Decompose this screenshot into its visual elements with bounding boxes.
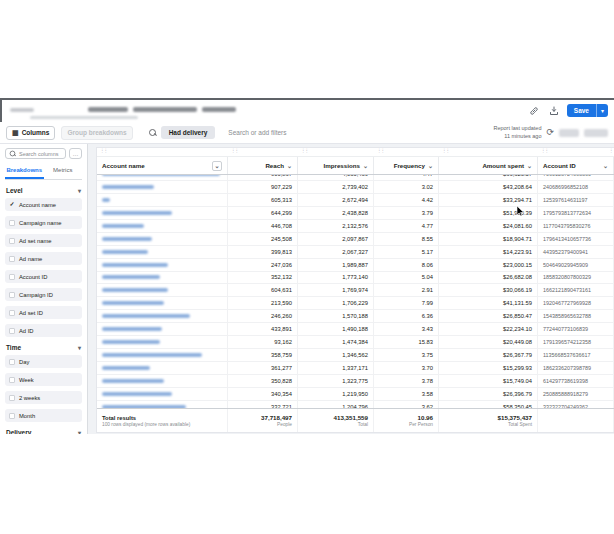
column-header-account-name[interactable]: Account name ⌄ (97, 157, 228, 174)
refresh-icon[interactable]: ⟳ (546, 128, 554, 137)
redacted-account-name-link[interactable] (102, 185, 154, 189)
redacted-account-name-link[interactable] (102, 340, 160, 344)
table-row[interactable]: 446,708 2,132,576 4.77 $24,081.60 117704… (97, 220, 614, 233)
chevron-down-icon[interactable]: ⌄ (212, 161, 222, 171)
redacted-account-name-link[interactable] (102, 366, 150, 370)
redacted-account-name-link[interactable] (102, 263, 168, 267)
cell-account-name[interactable] (97, 284, 228, 296)
section-level-header[interactable]: Level ▾ (6, 187, 81, 194)
column-header-frequency[interactable]: Frequency ⌄ (374, 157, 439, 174)
checkbox[interactable] (9, 395, 15, 401)
cell-account-name[interactable] (97, 233, 228, 245)
column-header-amount-spent[interactable]: Amount spent ⌄ (439, 157, 538, 174)
export-button[interactable] (547, 104, 561, 117)
tab-breakdowns[interactable]: Breakdowns (5, 164, 44, 179)
checkbox[interactable] (9, 220, 15, 226)
table-row[interactable]: 399,813 2,067,327 5.17 $14,223.91 443952… (97, 246, 614, 259)
columns-button[interactable]: ▦ Columns (6, 126, 55, 140)
cell-account-name[interactable] (97, 220, 228, 232)
table-row[interactable]: 358,759 1,346,562 3.75 $26,367.79 113566… (97, 349, 614, 362)
table-row[interactable]: 605,313 2,672,494 4.42 $33,294.71 125397… (97, 194, 614, 207)
table-rows-viewport[interactable]: 900,867 4,030,439 4.47 $66,623.57 706012… (97, 175, 614, 408)
cell-account-name[interactable] (97, 181, 228, 193)
cell-account-name[interactable] (97, 259, 228, 271)
cell-account-name[interactable] (97, 297, 228, 309)
checkbox[interactable] (9, 292, 15, 298)
checkbox[interactable] (9, 256, 15, 262)
table-row[interactable]: 245,508 2,097,867 8.55 $18,904.71 179641… (97, 233, 614, 246)
column-header-account-id[interactable]: Account ID ⌄ (538, 157, 614, 174)
drag-handle-icon[interactable]: ⋮⋮ (442, 149, 449, 154)
table-row[interactable]: 361,277 1,337,171 3.70 $15,299.93 186233… (97, 362, 614, 375)
section-delivery-header[interactable]: Delivery ▾ (6, 429, 81, 434)
table-row[interactable]: 433,891 1,490,188 3.43 $22,234.10 772440… (97, 323, 614, 336)
filter-chip-had-delivery[interactable]: Had delivery (161, 126, 216, 139)
redacted-account-name-link[interactable] (102, 198, 110, 202)
redacted-account-name-link[interactable] (102, 175, 220, 176)
table-row[interactable]: 352,132 1,773,140 5.04 $26,682.08 185832… (97, 272, 614, 285)
redacted-account-name-link[interactable] (102, 275, 160, 279)
sidebar-item[interactable]: Campaign name (5, 216, 82, 229)
sidebar-item[interactable]: Ad ID (5, 324, 82, 337)
drag-handle-icon[interactable]: ⋮⋮ (231, 149, 238, 154)
search-columns-input[interactable]: Search columns (5, 148, 66, 159)
cell-account-name[interactable] (97, 207, 228, 219)
column-header-impressions[interactable]: Impressions ⌄ (298, 157, 374, 174)
table-row[interactable]: 907,229 2,739,402 3.02 $43,208.64 240686… (97, 181, 614, 194)
save-split-button[interactable]: Save ▾ (567, 104, 608, 117)
table-row[interactable]: 93,162 1,474,384 15.83 $20,449.08 179139… (97, 336, 614, 349)
group-breakdowns-button[interactable]: Group breakdowns (61, 126, 132, 140)
sidebar-item[interactable]: 2 weeks (5, 391, 82, 404)
checkbox[interactable] (9, 328, 15, 334)
sidebar-more-button[interactable]: … (69, 148, 82, 159)
checkbox[interactable] (9, 413, 15, 419)
redacted-account-name-link[interactable] (102, 405, 186, 408)
table-row[interactable]: 340,354 1,219,950 3.58 $26,396.79 250885… (97, 388, 614, 401)
cell-account-name[interactable] (97, 194, 228, 206)
redacted-account-name-link[interactable] (102, 237, 152, 241)
tab-metrics[interactable]: Metrics (44, 164, 83, 179)
save-dropdown-caret-icon[interactable]: ▾ (596, 104, 608, 117)
drag-handle-icon[interactable]: ⋮⋮ (541, 149, 548, 154)
column-header-reach[interactable]: Reach ⌄ (228, 157, 298, 174)
table-row[interactable]: 332,721 1,204,796 3.62 $58,350.45 332322… (97, 401, 614, 408)
sidebar-item[interactable]: Day (5, 355, 82, 368)
redacted-account-name-link[interactable] (102, 211, 172, 215)
sidebar-item[interactable]: Ad set name (5, 234, 82, 247)
sidebar-item[interactable]: Campaign ID (5, 288, 82, 301)
cell-account-name[interactable] (97, 175, 228, 180)
drag-handle-icon[interactable]: ⋮⋮ (609, 149, 614, 154)
checkbox[interactable] (9, 238, 15, 244)
cell-account-name[interactable] (97, 323, 228, 335)
redacted-account-name-link[interactable] (102, 327, 162, 331)
table-row[interactable]: 247,036 1,989,887 8.06 $23,000.15 504649… (97, 259, 614, 272)
table-row[interactable]: 604,631 1,769,974 2.91 $30,066.19 166212… (97, 284, 614, 297)
sidebar-item[interactable]: Ad set ID (5, 306, 82, 319)
checkbox[interactable] (9, 310, 15, 316)
redacted-account-name-link[interactable] (102, 379, 164, 383)
cell-account-name[interactable] (97, 362, 228, 374)
sidebar-item[interactable]: Ad name (5, 252, 82, 265)
table-row[interactable]: 350,828 1,323,775 3.78 $15,749.04 614297… (97, 375, 614, 388)
sidebar-item[interactable]: Week (5, 373, 82, 386)
redacted-account-name-link[interactable] (102, 301, 164, 305)
checkbox[interactable] (9, 359, 15, 365)
cell-account-name[interactable] (97, 310, 228, 322)
drag-handle-icon[interactable]: ⋮⋮ (301, 149, 308, 154)
sidebar-item[interactable]: ✓ Account name (5, 198, 82, 211)
checkbox[interactable] (9, 377, 15, 383)
redacted-account-name-link[interactable] (102, 392, 172, 396)
drag-handle-icon[interactable]: ⋮⋮ (100, 149, 107, 154)
cell-account-name[interactable] (97, 375, 228, 387)
filters-search-input[interactable]: Search or add filters (228, 129, 286, 136)
redacted-account-name-link[interactable] (102, 224, 144, 228)
filters-bar[interactable]: Had delivery Search or add filters (149, 126, 287, 139)
sidebar-item[interactable]: Month (5, 409, 82, 422)
redacted-account-name-link[interactable] (102, 314, 190, 318)
redacted-account-name-link[interactable] (102, 250, 148, 254)
redacted-account-name-link[interactable] (102, 288, 168, 292)
redacted-account-name-link[interactable] (102, 353, 202, 357)
section-time-header[interactable]: Time ▾ (6, 344, 81, 351)
table-row[interactable]: 213,590 1,706,229 7.99 $41,131.59 192046… (97, 297, 614, 310)
table-row[interactable]: 246,260 1,570,188 6.36 $26,850.47 154385… (97, 310, 614, 323)
